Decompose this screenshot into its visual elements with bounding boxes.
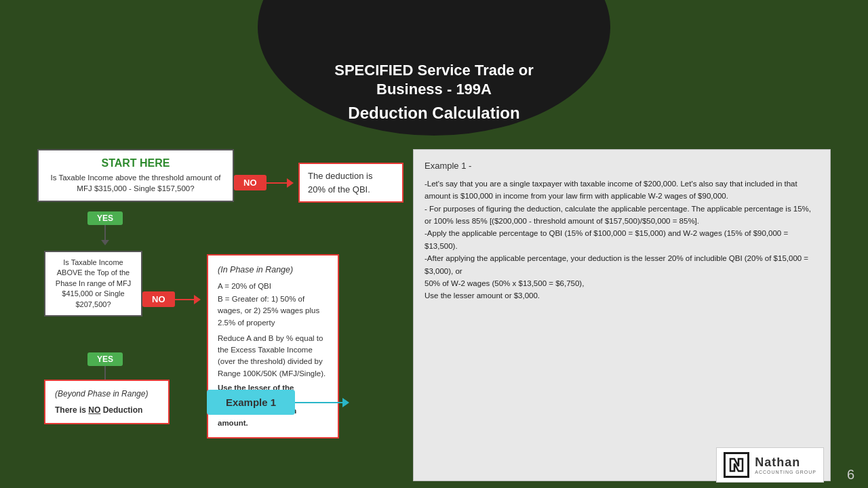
yes-vline-2 xyxy=(104,366,106,381)
no2-line xyxy=(175,299,194,300)
phase-line3: Reduce A and B by % equal to the Excess … xyxy=(218,333,328,380)
example-p6: Use the lesser amount or $3,000. xyxy=(425,289,819,302)
phase-title: (In Phase in Range) xyxy=(218,264,328,277)
phase-line1: A = 20% of QBI xyxy=(218,281,328,292)
example1-arrow xyxy=(295,398,349,407)
example1-arrowhead xyxy=(342,398,349,407)
example-title: Example 1 - xyxy=(425,159,819,174)
no2-arrow: NO xyxy=(142,291,201,307)
no2-arrow-row: NO xyxy=(142,291,201,307)
nathan-sub: ACCOUNTING GROUP xyxy=(755,470,816,474)
example-p5: 50% of W-2 wages (50% x $13,500 = $6,750… xyxy=(425,277,819,289)
phase-line2: B = Greater of: 1) 50% of wages, or 2) 2… xyxy=(218,293,328,329)
beyond-box: (Beyond Phase in Range) There is NO Dedu… xyxy=(44,380,170,424)
example-p1: -Let's say that you are a single taxpaye… xyxy=(425,178,819,203)
yes-badge-2: YES xyxy=(87,352,123,366)
example1-row: Example 1 xyxy=(207,390,349,415)
yes-arrow-1 xyxy=(101,225,109,245)
example1-line xyxy=(295,402,342,403)
title-circle: SPECIFIED Service Trade or Business - 19… xyxy=(258,0,610,136)
no-arrowhead-1 xyxy=(287,178,294,188)
example1-button[interactable]: Example 1 xyxy=(207,390,295,415)
yes-flow-1: YES xyxy=(87,211,123,245)
example-panel: Example 1 - -Let's say that you are a si… xyxy=(413,149,831,481)
deduction-line1: The deduction is xyxy=(308,171,372,181)
beyond-bold: There is NO Deduction xyxy=(55,404,159,416)
start-box: START HERE Is Taxable Income above the t… xyxy=(37,149,234,202)
yes-badge-1: YES xyxy=(87,211,123,225)
no-line-1 xyxy=(267,182,287,184)
no-arrow-row: NO xyxy=(234,175,294,190)
title-line3: Deduction Calculation xyxy=(334,102,533,123)
main-content: START HERE Is Taxable Income above the t… xyxy=(37,149,831,481)
no-button-2: NO xyxy=(142,291,175,307)
nathan-logo: Nathan ACCOUNTING GROUP xyxy=(716,447,824,483)
page-number: 6 xyxy=(847,467,854,483)
no-button-1: NO xyxy=(234,175,267,190)
no2-arrowhead xyxy=(194,295,201,304)
no-arrow: NO xyxy=(234,175,294,190)
yes-vline-1 xyxy=(104,225,106,240)
nathan-logo-icon xyxy=(724,452,749,478)
title-line2: Business - 199A xyxy=(334,80,533,100)
beyond-title: (Beyond Phase in Range) xyxy=(55,388,159,400)
title-line1: SPECIFIED Service Trade or xyxy=(334,61,533,81)
yes-vhead-1 xyxy=(101,240,109,245)
question2-box: Is Taxable Income ABOVE the Top of the P… xyxy=(44,251,142,317)
n-icon-svg xyxy=(728,457,745,473)
flowchart-area: START HERE Is Taxable Income above the t… xyxy=(37,149,403,481)
nathan-name: Nathan xyxy=(755,455,816,470)
deduction-box: The deduction is 20% of the QBI. xyxy=(298,163,403,203)
slide-title: SPECIFIED Service Trade or Business - 19… xyxy=(334,61,533,123)
example-p4: -After applying the applicable percentag… xyxy=(425,252,819,277)
start-title: START HERE xyxy=(48,157,223,169)
start-desc: Is Taxable Income above the threshold am… xyxy=(48,172,223,194)
example-p2: - For purposes of figuring the deduction… xyxy=(425,203,819,228)
deduction-line2: 20% of the QBI. xyxy=(308,184,370,195)
example-p3: -Apply the applicable percentage to QBI … xyxy=(425,227,819,252)
nathan-text-block: Nathan ACCOUNTING GROUP xyxy=(755,455,816,474)
